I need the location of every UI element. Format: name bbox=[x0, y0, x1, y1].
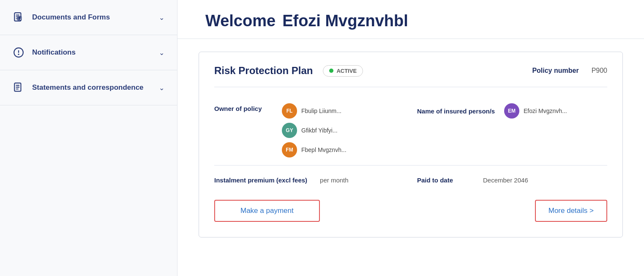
owner-section: Owner of policy FL Fbulip Liiunm... GY G… bbox=[214, 103, 417, 157]
insured-label: Name of insured person/s bbox=[417, 108, 497, 115]
insured-avatar-row: EM Efozi Mvgznvh... bbox=[504, 103, 567, 119]
sidebar-item-statements-label: Statements and correspondence bbox=[32, 83, 144, 92]
premium-value: per month bbox=[320, 176, 349, 184]
sidebar-item-statements[interactable]: Statements and correspondence ⌄ bbox=[0, 70, 177, 105]
policy-number-label: Policy number bbox=[532, 67, 579, 75]
notification-icon bbox=[13, 47, 25, 58]
divider-1 bbox=[214, 87, 607, 87]
avatar-fl: FL bbox=[282, 103, 297, 119]
owner-name-1: Fbulip Liiunm... bbox=[301, 108, 341, 114]
avatar-gy: GY bbox=[282, 123, 297, 138]
paid-to-date-value: December 2046 bbox=[483, 177, 528, 184]
owner-avatar-row-3: FM Fbepl Mvgznvh... bbox=[282, 142, 347, 157]
buttons-row: Make a payment More details > bbox=[214, 200, 607, 222]
owner-name-2: Gfikbf Yibfyi... bbox=[301, 127, 338, 134]
header: WelcomeEfozi Mvgznvhbl bbox=[177, 0, 644, 39]
sidebar-item-documents[interactable]: Documents and Forms ⌄ bbox=[0, 0, 177, 35]
active-dot bbox=[329, 69, 333, 73]
policy-card: Risk Protection Plan ACTIVE Policy numbe… bbox=[199, 52, 623, 237]
premium-row: Instalment premium (excl fees) per month… bbox=[214, 166, 607, 193]
make-payment-button[interactable]: Make a payment bbox=[214, 200, 320, 222]
owner-avatar-row-2: GY Gfikbf Yibfyi... bbox=[282, 123, 347, 138]
owner-avatar-row-1: FL Fbulip Liiunm... bbox=[282, 103, 347, 119]
avatar-em: EM bbox=[504, 103, 519, 119]
active-label: ACTIVE bbox=[336, 68, 357, 74]
chevron-down-icon: ⌄ bbox=[159, 14, 164, 22]
policy-number-value: P900 bbox=[592, 67, 607, 75]
policy-header: Risk Protection Plan ACTIVE Policy numbe… bbox=[214, 65, 607, 77]
owner-label: Owner of policy bbox=[214, 103, 269, 112]
policy-number-section: Policy number P900 bbox=[532, 67, 607, 75]
policy-details-row: Owner of policy FL Fbulip Liiunm... GY G… bbox=[214, 96, 607, 166]
statements-icon bbox=[13, 82, 25, 93]
premium-section: Instalment premium (excl fees) per month bbox=[214, 176, 417, 185]
sidebar-item-documents-label: Documents and Forms bbox=[32, 13, 110, 22]
document-icon bbox=[13, 12, 25, 23]
sidebar-item-notifications[interactable]: Notifications ⌄ bbox=[0, 35, 177, 70]
avatar-fm: FM bbox=[282, 142, 297, 157]
chevron-down-icon-statements: ⌄ bbox=[159, 84, 164, 92]
main-content: WelcomeEfozi Mvgznvhbl Risk Protection P… bbox=[177, 0, 644, 276]
owner-name-3: Fbepl Mvgznvh... bbox=[301, 146, 347, 153]
sidebar: Documents and Forms ⌄ Notifications ⌄ bbox=[0, 0, 177, 276]
paid-section: Paid to date December 2046 bbox=[417, 177, 607, 184]
chevron-down-icon-notifications: ⌄ bbox=[159, 49, 164, 57]
sidebar-item-notifications-label: Notifications bbox=[32, 48, 76, 57]
page-title: WelcomeEfozi Mvgznvhbl bbox=[199, 12, 623, 30]
policy-title: Risk Protection Plan bbox=[214, 65, 313, 77]
premium-label: Instalment premium (excl fees) bbox=[214, 176, 307, 185]
paid-to-date-label: Paid to date bbox=[417, 177, 476, 184]
more-details-button[interactable]: More details > bbox=[535, 200, 607, 222]
insured-name: Efozi Mvgznvh... bbox=[524, 108, 567, 114]
content-area: Risk Protection Plan ACTIVE Policy numbe… bbox=[177, 39, 644, 276]
insured-section: Name of insured person/s EM Efozi Mvgznv… bbox=[417, 103, 607, 119]
active-badge: ACTIVE bbox=[323, 65, 363, 77]
owner-avatars: FL Fbulip Liiunm... GY Gfikbf Yibfyi... … bbox=[282, 103, 347, 157]
